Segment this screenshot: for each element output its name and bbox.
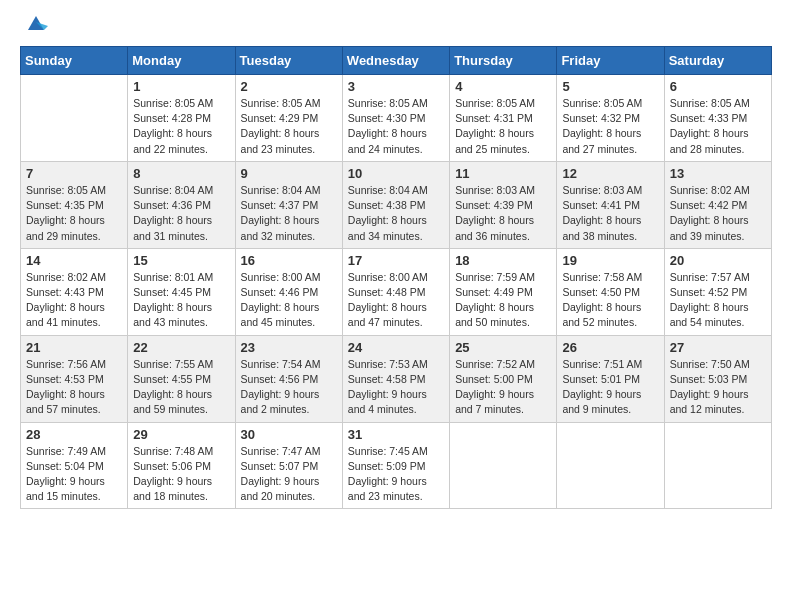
logo-icon (24, 12, 48, 36)
calendar-cell: 6 Sunrise: 8:05 AMSunset: 4:33 PMDayligh… (664, 75, 771, 162)
day-of-week-header: Saturday (664, 47, 771, 75)
svg-marker-0 (28, 16, 44, 30)
day-info: Sunrise: 8:02 AMSunset: 4:42 PMDaylight:… (670, 183, 766, 244)
calendar-cell: 5 Sunrise: 8:05 AMSunset: 4:32 PMDayligh… (557, 75, 664, 162)
calendar-cell: 13 Sunrise: 8:02 AMSunset: 4:42 PMDaylig… (664, 161, 771, 248)
day-number: 1 (133, 79, 229, 94)
day-info: Sunrise: 7:47 AMSunset: 5:07 PMDaylight:… (241, 444, 337, 505)
day-number: 29 (133, 427, 229, 442)
day-info: Sunrise: 8:05 AMSunset: 4:28 PMDaylight:… (133, 96, 229, 157)
day-number: 25 (455, 340, 551, 355)
calendar-cell: 18 Sunrise: 7:59 AMSunset: 4:49 PMDaylig… (450, 248, 557, 335)
day-number: 31 (348, 427, 444, 442)
calendar-week-row: 28 Sunrise: 7:49 AMSunset: 5:04 PMDaylig… (21, 422, 772, 509)
day-number: 15 (133, 253, 229, 268)
day-number: 2 (241, 79, 337, 94)
day-info: Sunrise: 8:05 AMSunset: 4:35 PMDaylight:… (26, 183, 122, 244)
day-number: 4 (455, 79, 551, 94)
calendar-week-row: 14 Sunrise: 8:02 AMSunset: 4:43 PMDaylig… (21, 248, 772, 335)
day-number: 23 (241, 340, 337, 355)
day-info: Sunrise: 7:57 AMSunset: 4:52 PMDaylight:… (670, 270, 766, 331)
calendar-cell: 7 Sunrise: 8:05 AMSunset: 4:35 PMDayligh… (21, 161, 128, 248)
calendar-cell: 23 Sunrise: 7:54 AMSunset: 4:56 PMDaylig… (235, 335, 342, 422)
day-number: 10 (348, 166, 444, 181)
day-number: 5 (562, 79, 658, 94)
calendar-header-row: SundayMondayTuesdayWednesdayThursdayFrid… (21, 47, 772, 75)
calendar-cell: 1 Sunrise: 8:05 AMSunset: 4:28 PMDayligh… (128, 75, 235, 162)
calendar-table: SundayMondayTuesdayWednesdayThursdayFrid… (20, 46, 772, 509)
calendar-cell: 11 Sunrise: 8:03 AMSunset: 4:39 PMDaylig… (450, 161, 557, 248)
day-info: Sunrise: 7:50 AMSunset: 5:03 PMDaylight:… (670, 357, 766, 418)
day-info: Sunrise: 8:02 AMSunset: 4:43 PMDaylight:… (26, 270, 122, 331)
calendar-cell: 25 Sunrise: 7:52 AMSunset: 5:00 PMDaylig… (450, 335, 557, 422)
day-number: 20 (670, 253, 766, 268)
day-number: 27 (670, 340, 766, 355)
day-number: 7 (26, 166, 122, 181)
day-number: 21 (26, 340, 122, 355)
day-info: Sunrise: 8:04 AMSunset: 4:36 PMDaylight:… (133, 183, 229, 244)
day-info: Sunrise: 7:51 AMSunset: 5:01 PMDaylight:… (562, 357, 658, 418)
day-info: Sunrise: 8:01 AMSunset: 4:45 PMDaylight:… (133, 270, 229, 331)
calendar-cell (664, 422, 771, 509)
calendar-week-row: 21 Sunrise: 7:56 AMSunset: 4:53 PMDaylig… (21, 335, 772, 422)
calendar-cell: 30 Sunrise: 7:47 AMSunset: 5:07 PMDaylig… (235, 422, 342, 509)
calendar-cell: 29 Sunrise: 7:48 AMSunset: 5:06 PMDaylig… (128, 422, 235, 509)
day-of-week-header: Friday (557, 47, 664, 75)
calendar-cell: 4 Sunrise: 8:05 AMSunset: 4:31 PMDayligh… (450, 75, 557, 162)
day-number: 19 (562, 253, 658, 268)
day-number: 26 (562, 340, 658, 355)
calendar-cell (557, 422, 664, 509)
calendar-cell: 17 Sunrise: 8:00 AMSunset: 4:48 PMDaylig… (342, 248, 449, 335)
day-number: 9 (241, 166, 337, 181)
day-info: Sunrise: 8:03 AMSunset: 4:41 PMDaylight:… (562, 183, 658, 244)
day-info: Sunrise: 7:59 AMSunset: 4:49 PMDaylight:… (455, 270, 551, 331)
day-info: Sunrise: 8:03 AMSunset: 4:39 PMDaylight:… (455, 183, 551, 244)
calendar-cell: 10 Sunrise: 8:04 AMSunset: 4:38 PMDaylig… (342, 161, 449, 248)
day-info: Sunrise: 7:58 AMSunset: 4:50 PMDaylight:… (562, 270, 658, 331)
day-number: 12 (562, 166, 658, 181)
day-number: 14 (26, 253, 122, 268)
day-of-week-header: Monday (128, 47, 235, 75)
calendar-cell: 28 Sunrise: 7:49 AMSunset: 5:04 PMDaylig… (21, 422, 128, 509)
day-info: Sunrise: 7:52 AMSunset: 5:00 PMDaylight:… (455, 357, 551, 418)
day-number: 28 (26, 427, 122, 442)
calendar-cell: 31 Sunrise: 7:45 AMSunset: 5:09 PMDaylig… (342, 422, 449, 509)
day-info: Sunrise: 8:05 AMSunset: 4:31 PMDaylight:… (455, 96, 551, 157)
day-info: Sunrise: 7:49 AMSunset: 5:04 PMDaylight:… (26, 444, 122, 505)
calendar-week-row: 7 Sunrise: 8:05 AMSunset: 4:35 PMDayligh… (21, 161, 772, 248)
day-info: Sunrise: 7:55 AMSunset: 4:55 PMDaylight:… (133, 357, 229, 418)
calendar-cell (450, 422, 557, 509)
day-info: Sunrise: 8:04 AMSunset: 4:37 PMDaylight:… (241, 183, 337, 244)
day-number: 18 (455, 253, 551, 268)
calendar-cell: 12 Sunrise: 8:03 AMSunset: 4:41 PMDaylig… (557, 161, 664, 248)
calendar-week-row: 1 Sunrise: 8:05 AMSunset: 4:28 PMDayligh… (21, 75, 772, 162)
day-info: Sunrise: 7:56 AMSunset: 4:53 PMDaylight:… (26, 357, 122, 418)
calendar-cell: 3 Sunrise: 8:05 AMSunset: 4:30 PMDayligh… (342, 75, 449, 162)
calendar-cell: 16 Sunrise: 8:00 AMSunset: 4:46 PMDaylig… (235, 248, 342, 335)
day-number: 11 (455, 166, 551, 181)
day-info: Sunrise: 7:54 AMSunset: 4:56 PMDaylight:… (241, 357, 337, 418)
calendar-cell: 2 Sunrise: 8:05 AMSunset: 4:29 PMDayligh… (235, 75, 342, 162)
calendar-cell: 19 Sunrise: 7:58 AMSunset: 4:50 PMDaylig… (557, 248, 664, 335)
calendar-cell: 21 Sunrise: 7:56 AMSunset: 4:53 PMDaylig… (21, 335, 128, 422)
day-number: 22 (133, 340, 229, 355)
calendar-cell: 22 Sunrise: 7:55 AMSunset: 4:55 PMDaylig… (128, 335, 235, 422)
day-of-week-header: Wednesday (342, 47, 449, 75)
calendar-cell (21, 75, 128, 162)
day-info: Sunrise: 8:05 AMSunset: 4:33 PMDaylight:… (670, 96, 766, 157)
day-info: Sunrise: 8:00 AMSunset: 4:46 PMDaylight:… (241, 270, 337, 331)
day-info: Sunrise: 7:45 AMSunset: 5:09 PMDaylight:… (348, 444, 444, 505)
day-number: 6 (670, 79, 766, 94)
day-number: 17 (348, 253, 444, 268)
day-number: 24 (348, 340, 444, 355)
logo (20, 16, 48, 36)
calendar-cell: 8 Sunrise: 8:04 AMSunset: 4:36 PMDayligh… (128, 161, 235, 248)
calendar-cell: 15 Sunrise: 8:01 AMSunset: 4:45 PMDaylig… (128, 248, 235, 335)
calendar-cell: 14 Sunrise: 8:02 AMSunset: 4:43 PMDaylig… (21, 248, 128, 335)
day-number: 13 (670, 166, 766, 181)
day-info: Sunrise: 8:05 AMSunset: 4:29 PMDaylight:… (241, 96, 337, 157)
day-info: Sunrise: 8:05 AMSunset: 4:30 PMDaylight:… (348, 96, 444, 157)
day-info: Sunrise: 8:05 AMSunset: 4:32 PMDaylight:… (562, 96, 658, 157)
day-of-week-header: Sunday (21, 47, 128, 75)
day-number: 3 (348, 79, 444, 94)
